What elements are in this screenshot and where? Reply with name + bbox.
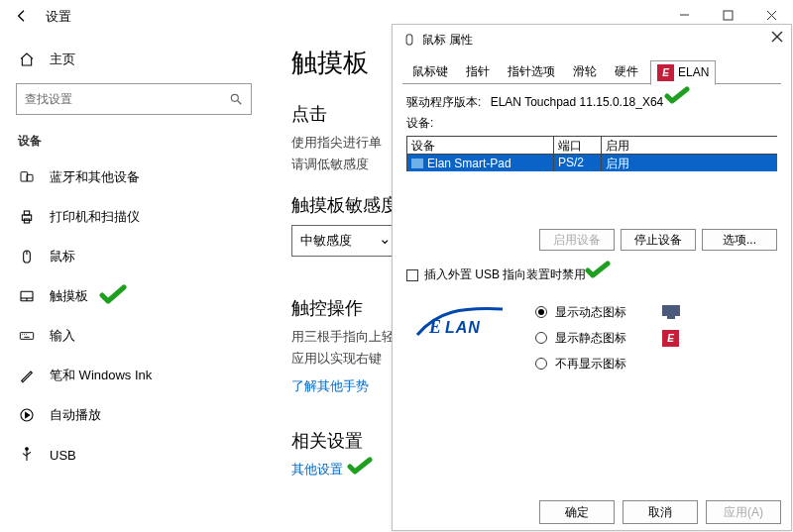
svg-rect-30 xyxy=(662,305,680,316)
options-button[interactable]: 选项... xyxy=(702,229,777,251)
sidebar-item-label: 打印机和扫描仪 xyxy=(50,208,140,226)
tab-mouse-keys[interactable]: 鼠标键 xyxy=(406,60,454,83)
touchpad-icon xyxy=(18,287,36,305)
table-row[interactable]: Elan Smart-Pad PS/2 启用 xyxy=(407,155,777,171)
pen-icon xyxy=(18,367,36,384)
radio-label: 不再显示图标 xyxy=(555,356,626,372)
device-table: 设备 端口 启用 Elan Smart-Pad PS/2 启用 xyxy=(406,136,777,171)
svg-rect-1 xyxy=(724,11,733,20)
tab-pointer[interactable]: 指针 xyxy=(460,60,496,83)
svg-text:LAN: LAN xyxy=(445,319,481,336)
dialog-title: 鼠标 属性 xyxy=(422,32,473,49)
mouse-icon xyxy=(402,33,416,47)
mouse-icon xyxy=(18,248,36,266)
sidebar-item-touchpad[interactable]: 触摸板 xyxy=(12,276,256,316)
sidebar-item-input[interactable]: 输入 xyxy=(12,316,256,356)
td-enable: 启用 xyxy=(602,155,777,171)
home-icon xyxy=(18,51,36,68)
usb-icon xyxy=(18,446,36,464)
radio-label: 显示静态图标 xyxy=(555,330,626,347)
radio-icon xyxy=(535,332,547,344)
sidebar-item-home[interactable]: 主页 xyxy=(12,40,256,79)
sidebar-item-label: USB xyxy=(50,448,76,463)
mouse-properties-dialog: 鼠标 属性 鼠标键 指针 指针选项 滑轮 硬件 E ELAN 驱动程序版本: E… xyxy=(392,24,792,531)
checkmark-annotation-icon xyxy=(347,457,373,477)
sidebar-item-label: 主页 xyxy=(50,51,75,68)
sidebar-item-bluetooth[interactable]: 蓝牙和其他设备 xyxy=(12,158,256,197)
radio-icon xyxy=(535,306,547,318)
related-link[interactable]: 其他设置 xyxy=(291,462,343,477)
back-icon[interactable] xyxy=(14,8,32,26)
svg-point-4 xyxy=(231,94,238,101)
svg-text:E: E xyxy=(428,317,441,337)
elan-badge-icon: E xyxy=(657,64,674,81)
tray-monitor-icon xyxy=(662,305,680,319)
usb-disable-checkbox-row[interactable]: 插入外置 USB 指向装置时禁用 xyxy=(406,266,777,283)
elan-badge-icon: E xyxy=(662,330,679,347)
sidebar-item-mouse[interactable]: 鼠标 xyxy=(12,237,256,276)
bluetooth-icon xyxy=(18,168,36,186)
th-device: 设备 xyxy=(407,137,554,154)
svg-rect-9 xyxy=(24,211,29,215)
svg-rect-24 xyxy=(406,35,412,46)
enable-device-button[interactable]: 启用设备 xyxy=(539,229,615,251)
sidebar-heading-devices: 设备 xyxy=(18,133,256,150)
sidebar-item-label: 自动播放 xyxy=(50,406,101,424)
radio-static-icon[interactable]: 显示静态图标 E xyxy=(535,325,680,351)
svg-rect-16 xyxy=(20,333,33,340)
th-enable: 启用 xyxy=(602,137,777,154)
tab-elan[interactable]: E ELAN xyxy=(650,60,716,85)
dialog-tabs: 鼠标键 指针 指针选项 滑轮 硬件 E ELAN xyxy=(406,58,777,84)
keyboard-icon xyxy=(18,327,36,345)
window-title: 设置 xyxy=(46,8,71,26)
sensitivity-value: 中敏感度 xyxy=(300,232,352,250)
driver-version-row: 驱动程序版本: ELAN Touchpad 11.15.0.18_X64 xyxy=(406,94,777,111)
elan-logo: E LAN xyxy=(406,299,515,347)
sidebar-item-usb[interactable]: USB xyxy=(12,435,256,475)
usb-checkbox-label: 插入外置 USB 指向装置时禁用 xyxy=(424,266,586,283)
cancel-button[interactable]: 取消 xyxy=(623,500,698,524)
device-label: 设备: xyxy=(406,115,777,132)
sidebar-item-label: 输入 xyxy=(50,327,75,345)
svg-rect-31 xyxy=(667,316,675,319)
svg-point-23 xyxy=(26,448,29,451)
sidebar-item-pen[interactable]: 笔和 Windows Ink xyxy=(12,356,256,395)
svg-rect-27 xyxy=(411,159,423,168)
sidebar-item-autoplay[interactable]: 自动播放 xyxy=(12,395,256,435)
checkmark-annotation-icon xyxy=(664,86,690,106)
td-device: Elan Smart-Pad xyxy=(427,157,511,170)
close-icon[interactable] xyxy=(771,31,783,43)
radio-no-icon[interactable]: 不再显示图标 xyxy=(535,351,680,376)
checkbox-icon xyxy=(406,269,418,281)
touchpad-icon xyxy=(411,159,423,168)
sensitivity-select[interactable]: 中敏感度 xyxy=(291,225,400,257)
tab-elan-label: ELAN xyxy=(678,65,709,79)
search-input[interactable]: 查找设置 xyxy=(16,83,252,115)
sidebar-item-label: 鼠标 xyxy=(50,248,75,266)
tab-pointer-options[interactable]: 指针选项 xyxy=(502,60,561,83)
th-port: 端口 xyxy=(554,137,602,154)
driver-version-label: 驱动程序版本: xyxy=(406,95,481,109)
stop-device-button[interactable]: 停止设备 xyxy=(621,229,696,251)
tab-hardware[interactable]: 硬件 xyxy=(609,60,644,83)
autoplay-icon xyxy=(18,406,36,424)
sidebar-item-label: 触摸板 xyxy=(50,287,88,305)
radio-icon xyxy=(535,358,547,370)
checkmark-annotation-icon xyxy=(99,284,127,306)
svg-line-5 xyxy=(238,101,242,105)
checkmark-annotation-icon xyxy=(585,261,611,280)
sidebar-item-label: 蓝牙和其他设备 xyxy=(50,168,140,186)
radio-dynamic-icon[interactable]: 显示动态图标 xyxy=(535,299,680,325)
search-icon xyxy=(229,92,243,106)
ok-button[interactable]: 确定 xyxy=(539,500,615,524)
apply-button[interactable]: 应用(A) xyxy=(706,500,781,524)
search-placeholder: 查找设置 xyxy=(25,91,72,108)
dialog-title-bar: 鼠标 属性 xyxy=(393,25,791,54)
sidebar: 主页 查找设置 设备 蓝牙和其他设备 打印机和扫描仪 xyxy=(0,34,268,532)
svg-rect-10 xyxy=(24,219,29,223)
sidebar-item-label: 笔和 Windows Ink xyxy=(50,367,152,384)
radio-label: 显示动态图标 xyxy=(555,304,626,321)
tab-wheel[interactable]: 滑轮 xyxy=(567,60,603,83)
printer-icon xyxy=(18,208,36,226)
sidebar-item-printers[interactable]: 打印机和扫描仪 xyxy=(12,197,256,237)
